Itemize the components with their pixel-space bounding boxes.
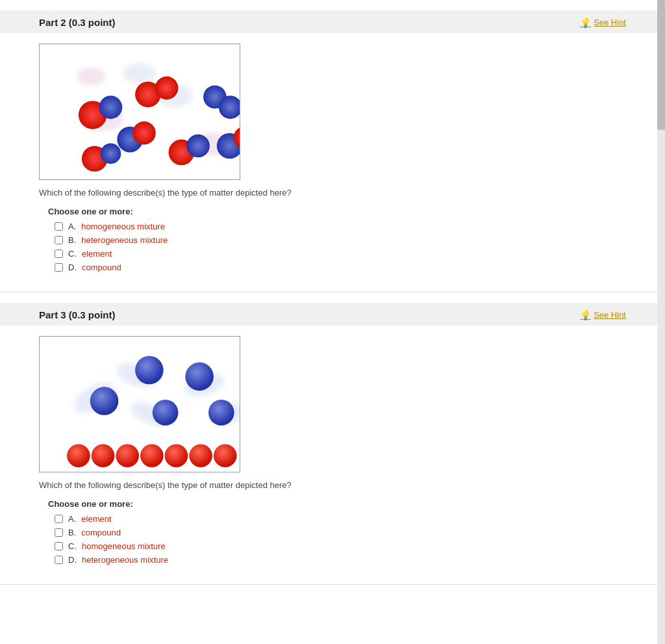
part3-title: Part 3 (0.3 point) (39, 309, 116, 320)
part2-checkbox-c[interactable] (55, 250, 63, 258)
svg-point-30 (92, 444, 115, 467)
part3-question: Which of the following describe(s) the t… (39, 480, 626, 490)
part2-option-d: D. compound (55, 263, 626, 272)
part3-option-b: B. compound (55, 528, 626, 537)
svg-point-35 (214, 444, 237, 467)
svg-point-28 (208, 400, 234, 426)
svg-point-12 (132, 122, 156, 145)
svg-point-4 (77, 68, 106, 86)
part2-options-list: A. homogeneous mixture B. heterogeneous … (55, 222, 626, 272)
svg-point-27 (153, 400, 179, 426)
part3-checkbox-d[interactable] (55, 556, 63, 564)
hint-icon-3: 💡 (580, 310, 591, 320)
part3-option-c: C. homogeneous mixture (55, 541, 626, 551)
part2-molecule-image (39, 44, 240, 180)
svg-point-33 (165, 444, 188, 467)
part3-checkbox-b[interactable] (55, 528, 63, 537)
part2-title: Part 2 (0.3 point) (39, 17, 116, 28)
svg-point-25 (135, 356, 164, 385)
part2-question: Which of the following describe(s) the t… (39, 188, 626, 198)
part2-option-a: A. homogeneous mixture (55, 222, 626, 231)
part2-option-b: B. heterogeneous mixture (55, 235, 626, 245)
hint-icon: 💡 (580, 18, 591, 28)
svg-point-6 (99, 96, 123, 119)
part2-header: Part 2 (0.3 point) 💡 See Hint (0, 10, 665, 33)
svg-point-16 (186, 135, 210, 158)
part2-checkbox-b[interactable] (55, 236, 63, 244)
svg-point-8 (155, 77, 179, 100)
part3-option-a: A. element (55, 514, 626, 524)
part3-options-list: A. element B. compound C. homogeneous mi… (55, 514, 626, 565)
part2-checkbox-d[interactable] (55, 263, 63, 272)
part2-see-hint[interactable]: 💡 See Hint (580, 18, 626, 28)
part3-checkbox-a[interactable] (55, 515, 63, 523)
part3-option-d: D. heterogeneous mixture (55, 555, 626, 565)
svg-point-32 (140, 444, 164, 467)
part2-checkbox-a[interactable] (55, 222, 63, 231)
scrollbar-thumb[interactable] (657, 0, 665, 130)
part2-choose-label: Choose one or more: (48, 207, 626, 216)
part3-molecule-image (39, 336, 240, 472)
part2-section: Part 2 (0.3 point) 💡 See Hint (0, 0, 665, 292)
part3-header: Part 3 (0.3 point) 💡 See Hint (0, 303, 665, 326)
svg-point-29 (67, 444, 90, 467)
part3-section: Part 3 (0.3 point) 💡 See Hint (0, 292, 665, 585)
scrollbar[interactable] (657, 0, 665, 644)
svg-point-26 (185, 363, 214, 391)
svg-point-34 (189, 444, 212, 467)
part3-checkbox-c[interactable] (55, 542, 63, 550)
svg-point-31 (116, 444, 139, 467)
part3-choose-label: Choose one or more: (48, 499, 626, 509)
svg-point-24 (90, 387, 119, 415)
svg-point-14 (101, 144, 121, 164)
part2-option-c: C. element (55, 249, 626, 259)
part3-see-hint[interactable]: 💡 See Hint (580, 310, 626, 320)
svg-point-3 (123, 63, 157, 84)
